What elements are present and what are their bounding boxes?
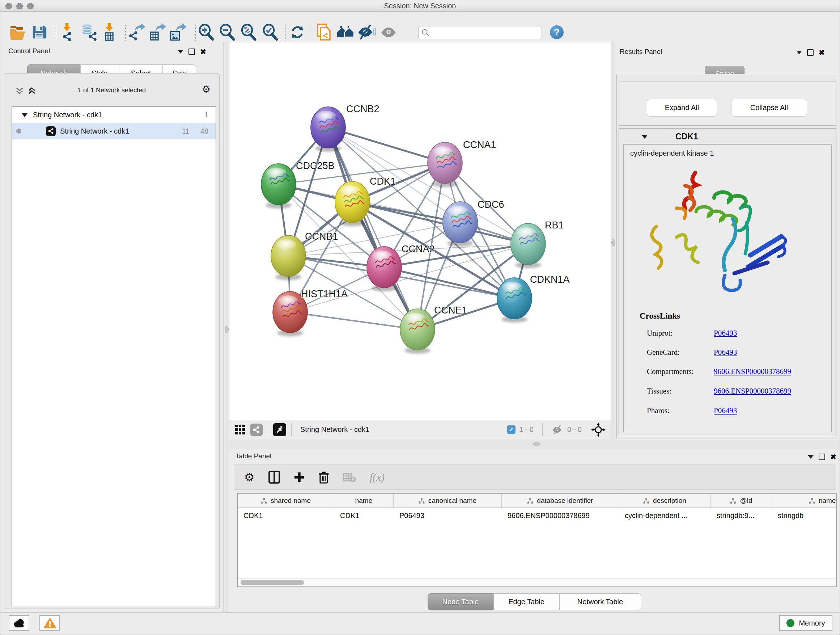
show-all-icon[interactable]	[379, 23, 398, 42]
collection-expand-icon[interactable]	[21, 113, 28, 117]
selected-checkbox-icon[interactable]: ✓	[507, 425, 515, 434]
network-node-RB1[interactable]	[511, 223, 546, 268]
cell-canonical-name[interactable]: P06493	[393, 508, 502, 523]
collapse-all-button[interactable]: Collapse All	[731, 99, 807, 117]
cell-name[interactable]: CDK1	[334, 508, 393, 523]
save-session-icon[interactable]	[29, 23, 49, 42]
node-result-card: CDK1 cyclin-dependent kinase 1	[619, 128, 836, 436]
zoom-out-icon[interactable]	[218, 23, 237, 42]
panel-menu-icon[interactable]	[178, 50, 183, 54]
hide-selected-icon[interactable]	[357, 23, 377, 42]
birdseye-view-icon[interactable]	[273, 423, 286, 436]
tab-edge-table[interactable]: Edge Table	[493, 593, 559, 610]
panel-menu-icon[interactable]	[796, 51, 802, 54]
network-canvas[interactable]: CCNB2CCNA1CDC25BCDK1CDC6RB1CCNB1CCNA2CDK…	[229, 42, 611, 420]
refresh-view-icon[interactable]	[287, 23, 307, 42]
table-row[interactable]: CDK1 CDK1 P06493 9606.ENSP00000378699 cy…	[238, 508, 836, 523]
network-collection-row[interactable]: String Network - cdk1 1	[12, 107, 216, 123]
column-header-id[interactable]: @id	[711, 494, 772, 508]
crosslink-link[interactable]: 9606.ENSP00000378699	[714, 367, 791, 376]
crosslink-link[interactable]: P06493	[714, 406, 737, 415]
cell-database-identifier[interactable]: 9606.ENSP00000378699	[502, 508, 619, 523]
zoom-selected-icon[interactable]	[261, 23, 280, 42]
panel-close-icon[interactable]: ✖	[200, 49, 206, 54]
help-button[interactable]: ?	[550, 25, 564, 39]
panel-menu-icon[interactable]	[808, 455, 813, 459]
delete-column-trash-icon[interactable]	[318, 470, 329, 484]
network-icon	[46, 126, 56, 136]
network-node-CCNA1[interactable]	[428, 142, 462, 187]
cell-description[interactable]: cyclin-dependent ...	[619, 508, 711, 523]
table-tabs: Node TableEdge TableNetwork Table	[428, 593, 641, 610]
crosslink-row: Tissues: 9606.ENSP00000378699	[647, 386, 828, 397]
tab-node-table[interactable]: Node Table	[428, 593, 493, 610]
network-thumbnail-icon[interactable]	[250, 424, 263, 436]
node-result-header[interactable]: CDK1	[619, 128, 836, 144]
column-header-description[interactable]: description	[619, 494, 711, 508]
gear-icon[interactable]: ⚙	[202, 85, 210, 95]
import-network-file-icon[interactable]	[58, 23, 77, 42]
export-table-icon[interactable]	[147, 23, 167, 42]
column-header-database-identifier[interactable]: database identifier	[502, 494, 619, 508]
table-panel: Table Panel ✖ ⚙	[229, 449, 840, 612]
fit-selected-crosshair-icon[interactable]	[591, 423, 606, 437]
show-columns-icon[interactable]	[268, 470, 280, 484]
crosslink-link[interactable]: P06493	[714, 329, 737, 338]
network-node-CCNE1[interactable]	[400, 309, 435, 354]
table-settings-gear-icon[interactable]: ⚙	[244, 472, 255, 482]
network-node-CCNA2[interactable]	[367, 247, 401, 291]
panel-float-icon[interactable]	[188, 49, 195, 55]
export-network-icon[interactable]	[126, 23, 146, 42]
warnings-button[interactable]	[39, 615, 60, 631]
collapse-node-icon[interactable]	[641, 135, 648, 139]
memory-status-dot	[786, 619, 794, 627]
column-header-canonical-name[interactable]: canonical name	[393, 494, 502, 508]
crosslink-link[interactable]: 9606.ENSP00000378699	[714, 386, 791, 396]
protein-structure-image	[642, 165, 797, 306]
network-node-CCNB1[interactable]	[271, 235, 306, 280]
network-row-selected[interactable]: String Network - cdk1 11 48	[12, 123, 216, 139]
right-splitter-handle[interactable]	[611, 239, 615, 246]
scrollbar-thumb[interactable]	[240, 580, 304, 585]
network-node-CDKN1A[interactable]	[497, 278, 532, 323]
crosslink-label: Tissues:	[647, 386, 671, 395]
bottom-splitter-handle[interactable]	[533, 442, 540, 446]
zoom-fit-icon[interactable]	[239, 23, 258, 42]
zoom-in-icon[interactable]	[196, 23, 216, 42]
network-edge-CCNB2-CCNA1[interactable]	[328, 127, 445, 163]
expand-all-button[interactable]: Expand All	[647, 99, 717, 117]
network-edge-HIST1H1A-CCNE1[interactable]	[290, 312, 417, 329]
first-neighbors-icon[interactable]	[336, 23, 355, 42]
column-header-name[interactable]: name	[334, 494, 393, 508]
export-image-icon[interactable]	[168, 23, 187, 42]
tab-network-table[interactable]: Network Table	[559, 593, 641, 610]
import-table-file-icon[interactable]	[100, 23, 119, 42]
network-node-CDC25B[interactable]	[261, 164, 296, 209]
hidden-eye-icon[interactable]	[551, 425, 564, 434]
function-builder-icon[interactable]: f(x)	[370, 471, 385, 483]
cell-shared-name[interactable]: CDK1	[238, 508, 334, 523]
duplicate-network-icon[interactable]	[314, 23, 333, 42]
panel-close-icon[interactable]: ✖	[830, 454, 836, 459]
grid-view-icon[interactable]	[234, 424, 246, 435]
network-node-CCNB2[interactable]	[311, 107, 346, 152]
left-splitter-handle[interactable]	[225, 326, 229, 333]
delete-table-icon[interactable]	[343, 472, 356, 482]
panel-float-icon[interactable]	[819, 454, 825, 460]
cell-namespace[interactable]: stringdb	[772, 508, 837, 523]
memory-button[interactable]: Memory	[779, 615, 832, 631]
panel-float-icon[interactable]	[807, 49, 813, 56]
cell-id[interactable]: stringdb:9...	[711, 508, 772, 523]
horizontal-scrollbar[interactable]	[238, 578, 836, 586]
search-input[interactable]	[432, 27, 542, 38]
import-network-database-icon[interactable]	[79, 23, 98, 42]
add-column-icon[interactable]	[294, 472, 305, 483]
open-session-icon[interactable]	[8, 23, 27, 42]
cloud-button[interactable]	[9, 615, 29, 631]
column-header-shared-name[interactable]: shared name	[238, 494, 334, 508]
panel-close-icon[interactable]: ✖	[819, 50, 825, 55]
crosslink-link[interactable]: P06493	[714, 348, 737, 357]
collection-count: 1	[204, 111, 208, 119]
column-header-namespace[interactable]: namespace	[772, 494, 837, 508]
search-icon	[422, 29, 429, 36]
